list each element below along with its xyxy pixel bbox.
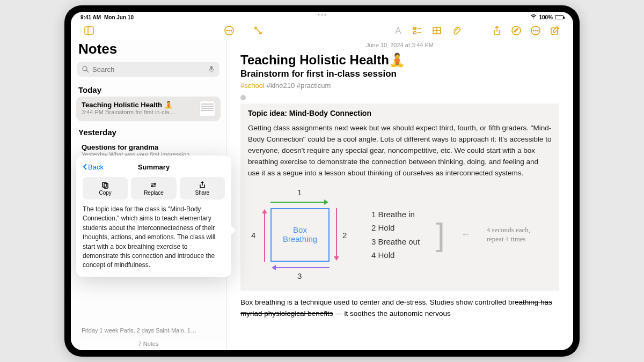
sidebar-toggle-icon[interactable] xyxy=(84,25,94,36)
svg-point-8 xyxy=(414,32,416,34)
note-thumbnail xyxy=(199,101,215,117)
status-date: Mon Jun 10 xyxy=(104,14,134,20)
section-yesterday: Yesterday xyxy=(71,124,226,139)
mic-icon[interactable] xyxy=(208,65,215,73)
note-date: June 10, 2024 at 3:44 PM xyxy=(240,40,559,53)
search-input[interactable] xyxy=(92,65,204,73)
battery-percent: 100% xyxy=(539,14,553,20)
more-circle-icon[interactable] xyxy=(224,25,235,36)
back-button[interactable]: Back xyxy=(83,163,104,171)
note-item-title: Teaching Holistic Health 🧘 xyxy=(82,101,195,109)
svg-point-3 xyxy=(226,30,228,31)
topic-body: Getting class assignments next week but … xyxy=(248,123,552,179)
note-subtitle: Brainstorm for first in-class session xyxy=(240,69,559,79)
svg-rect-21 xyxy=(210,66,213,70)
replace-button[interactable]: Replace xyxy=(131,177,176,200)
svg-rect-18 xyxy=(551,28,558,34)
tag-school[interactable]: #school xyxy=(240,82,265,90)
popover-title: Summary xyxy=(138,163,170,171)
copy-button[interactable]: Copy xyxy=(83,177,128,200)
note-item-title: Questions for grandma xyxy=(82,143,215,151)
svg-point-19 xyxy=(83,67,87,71)
sidebar: Notes Today Teaching Holistic Health 🧘 3… xyxy=(71,40,226,350)
topic-title: Topic idea: Mind-Body Connection xyxy=(248,109,552,117)
search-field[interactable] xyxy=(77,62,219,77)
battery-icon xyxy=(555,15,564,19)
copy-icon xyxy=(101,181,109,189)
note-item-teaching[interactable]: Teaching Holistic Health 🧘 3:44 PM Brain… xyxy=(76,97,221,121)
tags-rest[interactable]: #kine210 #practicum xyxy=(265,82,331,90)
steps-list: 1 Breathe in 2 Hold 3 Breathe out 4 Hold xyxy=(371,208,420,262)
label-1: 1 xyxy=(297,188,302,197)
svg-line-20 xyxy=(86,70,89,72)
topic-section: Topic idea: Mind-Body Connection Getting… xyxy=(240,104,559,291)
svg-point-17 xyxy=(537,30,538,31)
wifi-icon xyxy=(530,14,537,20)
screen: 9:41 AM Mon Jun 10 100% xyxy=(71,12,573,350)
checklist-icon[interactable] xyxy=(412,25,423,36)
label-2: 2 xyxy=(342,231,347,240)
search-icon xyxy=(82,65,89,73)
toolbar xyxy=(71,21,573,40)
bullet-marker xyxy=(240,95,246,100)
status-bar: 9:41 AM Mon Jun 10 100% xyxy=(71,12,573,21)
sidebar-footer: 7 Notes xyxy=(71,337,226,350)
markup-icon[interactable] xyxy=(511,25,522,36)
status-time: 9:41 AM xyxy=(80,14,101,20)
box-square: Box Breathing xyxy=(270,208,330,262)
svg-point-5 xyxy=(231,30,232,31)
note-tags: #school #kine210 #practicum xyxy=(240,82,559,90)
svg-point-4 xyxy=(229,30,230,31)
chevron-left-icon xyxy=(83,164,87,170)
ipad-device: 9:41 AM Mon Jun 10 100% xyxy=(64,5,580,357)
steps-note: 4 seconds each, repeat 4 times xyxy=(487,226,530,244)
closing-paragraph: Box breathing is a technique used to cen… xyxy=(240,297,559,320)
arrow-left-icon: ← xyxy=(461,229,471,240)
summary-text: The topic idea for the class is "Mind-Bo… xyxy=(83,205,225,270)
more-icon[interactable] xyxy=(530,25,541,36)
compose-icon[interactable] xyxy=(550,25,560,36)
label-3: 3 xyxy=(297,271,302,280)
svg-point-16 xyxy=(535,30,536,31)
sidebar-title: Notes xyxy=(71,40,226,62)
note-item-subtitle: 3:44 PM Brainstorm for first in-cla… xyxy=(82,109,195,115)
multitask-dots[interactable] xyxy=(318,14,326,16)
share-action-icon xyxy=(199,181,206,189)
attachment-icon[interactable] xyxy=(451,25,462,36)
label-4: 4 xyxy=(251,231,255,240)
box-breathing-sketch: Box Breathing 1 2 3 4 xyxy=(248,187,552,283)
replace-icon xyxy=(150,181,157,189)
summary-popover: Back Summary Copy Replace xyxy=(76,156,231,277)
svg-rect-0 xyxy=(85,27,93,34)
svg-point-15 xyxy=(533,30,534,31)
text-format-icon[interactable] xyxy=(393,25,404,36)
note-item-trip[interactable]: Friday 1 week Paris, 2 days Saint-Malo, … xyxy=(76,324,221,337)
table-icon[interactable] xyxy=(431,25,442,36)
section-today: Today xyxy=(71,82,226,97)
note-editor[interactable]: June 10, 2024 at 3:44 PM Teaching Holist… xyxy=(226,40,573,350)
share-icon[interactable] xyxy=(492,25,502,36)
note-title: Teaching Holistic Health🧘 xyxy=(240,53,559,68)
expand-icon[interactable] xyxy=(253,25,264,36)
bracket-icon: ] xyxy=(436,219,445,251)
share-button[interactable]: Share xyxy=(180,177,225,200)
